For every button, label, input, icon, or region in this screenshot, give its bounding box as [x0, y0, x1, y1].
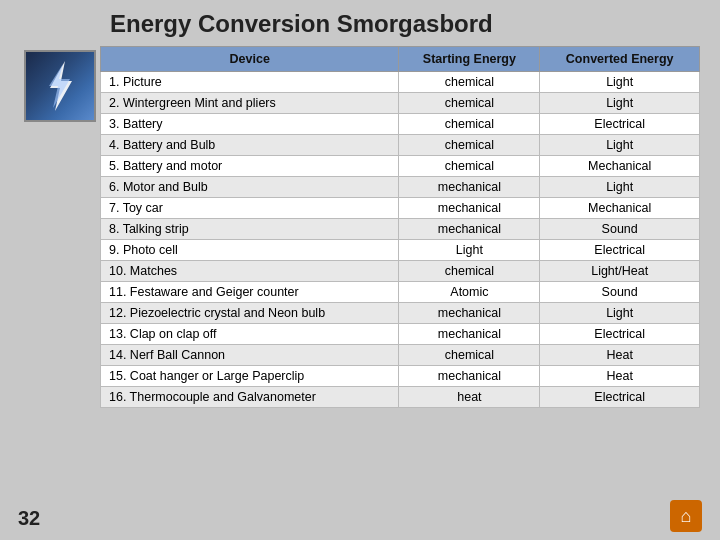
cell-converted: Light/Heat [540, 261, 700, 282]
page: Energy Conversion Smorgasbord Device Sta… [0, 0, 720, 540]
cell-device: 7. Toy car [101, 198, 399, 219]
cell-device: 14. Nerf Ball Cannon [101, 345, 399, 366]
decorative-image [24, 50, 96, 122]
table-row: 3. BatterychemicalElectrical [101, 114, 700, 135]
cell-device: 10. Matches [101, 261, 399, 282]
cell-starting: Atomic [399, 282, 540, 303]
cell-starting: chemical [399, 72, 540, 93]
cell-device: 11. Festaware and Geiger counter [101, 282, 399, 303]
table-row: 16. Thermocouple and GalvanometerheatEle… [101, 387, 700, 408]
cell-starting: chemical [399, 156, 540, 177]
page-number: 32 [18, 507, 40, 530]
cell-converted: Light [540, 72, 700, 93]
cell-device: 15. Coat hanger or Large Paperclip [101, 366, 399, 387]
cell-device: 12. Piezoelectric crystal and Neon bulb [101, 303, 399, 324]
cell-converted: Heat [540, 345, 700, 366]
cell-device: 6. Motor and Bulb [101, 177, 399, 198]
table-row: 12. Piezoelectric crystal and Neon bulbm… [101, 303, 700, 324]
table-row: 11. Festaware and Geiger counterAtomicSo… [101, 282, 700, 303]
cell-converted: Electrical [540, 387, 700, 408]
cell-starting: chemical [399, 261, 540, 282]
table-row: 4. Battery and BulbchemicalLight [101, 135, 700, 156]
cell-device: 5. Battery and motor [101, 156, 399, 177]
table-row: 8. Talking stripmechanicalSound [101, 219, 700, 240]
cell-starting: chemical [399, 93, 540, 114]
cell-starting: mechanical [399, 303, 540, 324]
cell-starting: chemical [399, 114, 540, 135]
col-converted: Converted Energy [540, 47, 700, 72]
cell-device: 8. Talking strip [101, 219, 399, 240]
table-row: 5. Battery and motorchemicalMechanical [101, 156, 700, 177]
cell-starting: mechanical [399, 324, 540, 345]
cell-converted: Sound [540, 282, 700, 303]
cell-device: 3. Battery [101, 114, 399, 135]
table-row: 10. MatcheschemicalLight/Heat [101, 261, 700, 282]
table-row: 1. PicturechemicalLight [101, 72, 700, 93]
home-button[interactable]: ⌂ [670, 500, 702, 532]
cell-device: 13. Clap on clap off [101, 324, 399, 345]
table-header-row: Device Starting Energy Converted Energy [101, 47, 700, 72]
table-container: Device Starting Energy Converted Energy … [100, 46, 700, 530]
page-title: Energy Conversion Smorgasbord [20, 10, 700, 38]
cell-converted: Light [540, 93, 700, 114]
cell-device: 2. Wintergreen Mint and pliers [101, 93, 399, 114]
table-row: 14. Nerf Ball CannonchemicalHeat [101, 345, 700, 366]
col-device: Device [101, 47, 399, 72]
cell-starting: mechanical [399, 198, 540, 219]
cell-starting: mechanical [399, 366, 540, 387]
cell-converted: Electrical [540, 114, 700, 135]
energy-table: Device Starting Energy Converted Energy … [100, 46, 700, 408]
lightning-graphic [26, 52, 94, 120]
cell-converted: Sound [540, 219, 700, 240]
cell-converted: Heat [540, 366, 700, 387]
cell-device: 1. Picture [101, 72, 399, 93]
cell-starting: mechanical [399, 219, 540, 240]
left-image-area [20, 46, 100, 530]
cell-starting: mechanical [399, 177, 540, 198]
cell-converted: Mechanical [540, 198, 700, 219]
cell-converted: Light [540, 177, 700, 198]
cell-starting: chemical [399, 345, 540, 366]
cell-device: 16. Thermocouple and Galvanometer [101, 387, 399, 408]
cell-starting: Light [399, 240, 540, 261]
table-row: 13. Clap on clap offmechanicalElectrical [101, 324, 700, 345]
cell-converted: Light [540, 303, 700, 324]
cell-device: 9. Photo cell [101, 240, 399, 261]
cell-converted: Electrical [540, 324, 700, 345]
cell-converted: Light [540, 135, 700, 156]
col-starting: Starting Energy [399, 47, 540, 72]
table-row: 6. Motor and BulbmechanicalLight [101, 177, 700, 198]
table-row: 2. Wintergreen Mint and plierschemicalLi… [101, 93, 700, 114]
cell-converted: Mechanical [540, 156, 700, 177]
table-row: 15. Coat hanger or Large Paperclipmechan… [101, 366, 700, 387]
cell-device: 4. Battery and Bulb [101, 135, 399, 156]
cell-starting: heat [399, 387, 540, 408]
cell-converted: Electrical [540, 240, 700, 261]
content-area: Device Starting Energy Converted Energy … [20, 46, 700, 530]
table-row: 7. Toy carmechanicalMechanical [101, 198, 700, 219]
cell-starting: chemical [399, 135, 540, 156]
table-row: 9. Photo cellLightElectrical [101, 240, 700, 261]
